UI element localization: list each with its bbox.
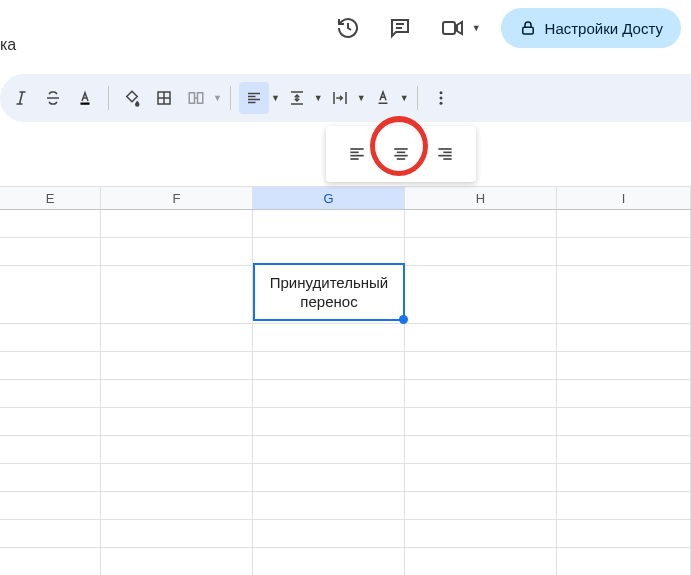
toolbar-separator: [108, 86, 109, 110]
svg-line-7: [20, 92, 23, 104]
align-left-option[interactable]: [340, 137, 374, 171]
svg-rect-14: [198, 93, 203, 104]
lock-icon: [519, 19, 537, 37]
svg-rect-4: [522, 27, 533, 34]
horizontal-align-button[interactable]: [239, 82, 269, 114]
toolbar: ▼ ▼ ▼ ▼ ▼: [0, 74, 691, 122]
video-icon[interactable]: [436, 12, 468, 44]
text-color-button[interactable]: [70, 82, 100, 114]
svg-rect-13: [189, 93, 194, 104]
halign-dropdown-caret[interactable]: ▼: [271, 93, 280, 103]
selected-cell[interactable]: Принудительный перенос: [253, 263, 405, 321]
align-right-option[interactable]: [428, 137, 462, 171]
col-header-f[interactable]: F: [101, 187, 253, 209]
comment-icon[interactable]: [384, 12, 416, 44]
italic-button[interactable]: [6, 82, 36, 114]
more-options-button[interactable]: [426, 82, 456, 114]
strikethrough-button[interactable]: [38, 82, 68, 114]
svg-rect-2: [443, 22, 455, 34]
svg-marker-3: [457, 22, 462, 34]
video-dropdown-caret[interactable]: ▼: [472, 23, 481, 33]
col-header-g[interactable]: G: [253, 187, 405, 209]
svg-point-26: [439, 91, 442, 94]
col-header-i[interactable]: I: [557, 187, 691, 209]
valign-dropdown-caret[interactable]: ▼: [314, 93, 323, 103]
halign-dropdown-panel: [326, 126, 476, 182]
col-header-h[interactable]: H: [405, 187, 557, 209]
cell-text: Принудительный перенос: [255, 273, 403, 312]
toolbar-separator: [417, 86, 418, 110]
toolbar-separator: [230, 86, 231, 110]
align-center-option[interactable]: [384, 137, 418, 171]
title-fragment: ка: [0, 36, 16, 54]
selection-fill-handle[interactable]: [399, 315, 408, 324]
svg-rect-9: [81, 103, 90, 105]
borders-button[interactable]: [149, 82, 179, 114]
text-rotation-button[interactable]: [368, 82, 398, 114]
svg-point-28: [439, 102, 442, 105]
merge-cells-button[interactable]: [181, 82, 211, 114]
wrap-dropdown-caret[interactable]: ▼: [357, 93, 366, 103]
share-button[interactable]: Настройки Досту: [501, 8, 681, 48]
fill-color-button[interactable]: [117, 82, 147, 114]
merge-dropdown-caret[interactable]: ▼: [213, 93, 222, 103]
history-icon[interactable]: [332, 12, 364, 44]
text-wrap-button[interactable]: [325, 82, 355, 114]
svg-point-27: [439, 97, 442, 100]
rotation-dropdown-caret[interactable]: ▼: [400, 93, 409, 103]
spreadsheet-grid[interactable]: E F G H I Принудительный перенос: [0, 186, 691, 575]
share-label: Настройки Досту: [545, 20, 663, 37]
vertical-align-button[interactable]: [282, 82, 312, 114]
col-header-e[interactable]: E: [0, 187, 101, 209]
